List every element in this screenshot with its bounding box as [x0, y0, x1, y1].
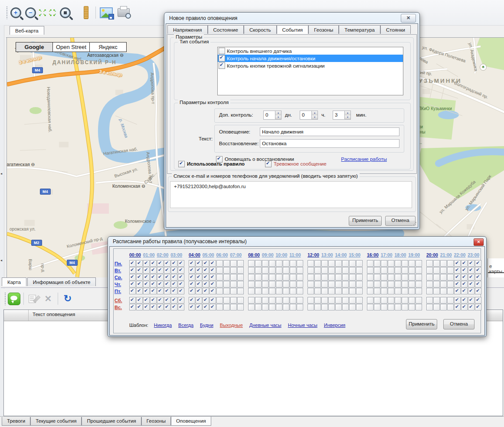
- schedule-checkbox[interactable]: [164, 260, 170, 267]
- schedule-checkbox[interactable]: [367, 260, 373, 267]
- hour-column-link[interactable]: 16:00: [367, 252, 381, 258]
- schedule-checkbox[interactable]: [129, 281, 136, 287]
- schedule-checkbox[interactable]: [237, 260, 244, 267]
- hour-column-link[interactable]: 18:00: [395, 252, 409, 258]
- schedule-checkbox[interactable]: [308, 267, 314, 274]
- schedule-checkbox[interactable]: [262, 288, 268, 294]
- bottom-tab-Тревоги[interactable]: Тревоги: [2, 417, 30, 426]
- schedule-checkbox[interactable]: [342, 288, 349, 294]
- schedule-checkbox[interactable]: [388, 281, 394, 287]
- schedule-checkbox[interactable]: [328, 274, 335, 280]
- schedule-checkbox[interactable]: [283, 297, 289, 303]
- schedule-checkbox[interactable]: [388, 288, 394, 294]
- schedule-checkbox[interactable]: [367, 267, 373, 274]
- schedule-checkbox[interactable]: [216, 288, 223, 294]
- schedule-checkbox[interactable]: [297, 297, 303, 303]
- schedule-checkbox[interactable]: [367, 297, 373, 303]
- schedule-checkbox[interactable]: [143, 260, 150, 267]
- schedule-checkbox[interactable]: [262, 274, 268, 280]
- schedule-checkbox[interactable]: [157, 288, 164, 294]
- schedule-checkbox[interactable]: [356, 297, 363, 303]
- schedule-checkbox[interactable]: [262, 297, 268, 303]
- schedule-checkbox[interactable]: [209, 274, 216, 280]
- schedule-checkbox[interactable]: [381, 297, 387, 303]
- template-link-Будни[interactable]: Будни: [200, 323, 213, 328]
- schedule-checkbox[interactable]: [440, 304, 447, 310]
- zoom-selection-icon[interactable]: [58, 5, 72, 20]
- schedule-checkbox[interactable]: [171, 288, 177, 294]
- schedule-checkbox[interactable]: [230, 281, 237, 287]
- hour-column-link[interactable]: 22:00: [454, 252, 468, 258]
- schedule-checkbox[interactable]: [440, 260, 447, 267]
- schedule-checkbox[interactable]: [248, 274, 255, 280]
- schedule-checkbox[interactable]: [283, 274, 289, 280]
- schedule-checkbox[interactable]: [308, 304, 314, 310]
- hour-column-link[interactable]: 06:00: [216, 252, 230, 258]
- schedule-checkbox[interactable]: [290, 260, 296, 267]
- schedule-checkbox[interactable]: [171, 297, 177, 303]
- schedule-checkbox[interactable]: [342, 304, 349, 310]
- restore-text-input[interactable]: [260, 139, 399, 148]
- schedule-checkbox[interactable]: [136, 297, 143, 303]
- schedule-checkbox[interactable]: [196, 304, 202, 310]
- schedule-checkbox[interactable]: [447, 274, 454, 280]
- schedule-checkbox[interactable]: [276, 288, 282, 294]
- rule-cancel-button[interactable]: Отмена: [385, 216, 416, 226]
- schedule-checkbox[interactable]: [203, 267, 209, 274]
- schedule-checkbox[interactable]: [433, 304, 440, 310]
- schedule-checkbox[interactable]: [381, 304, 387, 310]
- schedule-checkbox[interactable]: [189, 267, 195, 274]
- hour-column-link[interactable]: 12:00: [308, 252, 321, 258]
- schedule-checkbox[interactable]: [150, 260, 157, 267]
- schedule-checkbox[interactable]: [328, 267, 335, 274]
- schedule-checkbox[interactable]: [209, 281, 216, 287]
- schedule-checkbox[interactable]: [308, 260, 314, 267]
- splitter-arrow-icon[interactable]: ◂: [0, 172, 2, 176]
- schedule-checkbox[interactable]: [374, 304, 380, 310]
- schedule-checkbox[interactable]: [178, 288, 184, 294]
- schedule-checkbox[interactable]: [143, 304, 150, 310]
- hour-column-link[interactable]: 09:00: [262, 252, 276, 258]
- schedule-checkbox[interactable]: [321, 297, 328, 303]
- schedule-checkbox[interactable]: [150, 297, 157, 303]
- email-list-input[interactable]: +79152120300,help@autofon.ru: [170, 181, 412, 208]
- zoom-out-icon[interactable]: −: [23, 5, 38, 20]
- schedule-checkbox[interactable]: [335, 267, 342, 274]
- schedule-checkbox[interactable]: [402, 267, 408, 274]
- hour-column-link[interactable]: 13:00: [321, 252, 335, 258]
- schedule-checkbox[interactable]: [150, 281, 157, 287]
- schedule-checkbox[interactable]: [388, 260, 394, 267]
- schedule-checkbox[interactable]: [129, 260, 136, 267]
- event-type-checkbox[interactable]: [219, 55, 225, 62]
- schedule-checkbox[interactable]: [129, 304, 136, 310]
- schedule-checkbox[interactable]: [255, 281, 262, 287]
- event-type-list[interactable]: Контроль внешнего датчикаКонтроль начала…: [217, 47, 403, 95]
- schedule-checkbox[interactable]: [189, 304, 195, 310]
- schedule-checkbox[interactable]: [342, 267, 349, 274]
- schedule-checkbox[interactable]: [335, 288, 342, 294]
- schedule-checkbox[interactable]: [461, 304, 468, 310]
- schedule-checkbox[interactable]: [416, 267, 422, 274]
- schedule-checkbox[interactable]: [395, 281, 401, 287]
- schedule-checkbox[interactable]: [290, 288, 296, 294]
- schedule-checkbox[interactable]: [342, 274, 349, 280]
- schedule-checkbox[interactable]: [461, 288, 468, 294]
- schedule-checkbox[interactable]: [209, 288, 216, 294]
- close-icon[interactable]: ✕: [401, 14, 416, 23]
- hour-column-link[interactable]: 10:00: [276, 252, 290, 258]
- schedule-checkbox[interactable]: [328, 281, 335, 287]
- schedule-checkbox[interactable]: [248, 281, 255, 287]
- hour-column-link[interactable]: 21:00: [440, 252, 454, 258]
- template-link-Всегда[interactable]: Всегда: [178, 323, 193, 328]
- schedule-checkbox[interactable]: [276, 260, 282, 267]
- schedule-checkbox[interactable]: [290, 281, 296, 287]
- schedule-checkbox[interactable]: [171, 260, 177, 267]
- schedule-checkbox[interactable]: [475, 297, 481, 303]
- hour-column-link[interactable]: 01:00: [143, 252, 157, 258]
- schedule-checkbox[interactable]: [196, 297, 202, 303]
- schedule-checkbox[interactable]: [447, 288, 454, 294]
- schedule-checkbox[interactable]: [395, 260, 401, 267]
- schedule-checkbox[interactable]: [356, 288, 363, 294]
- schedule-checkbox[interactable]: [136, 274, 143, 280]
- schedule-checkbox[interactable]: [328, 304, 335, 310]
